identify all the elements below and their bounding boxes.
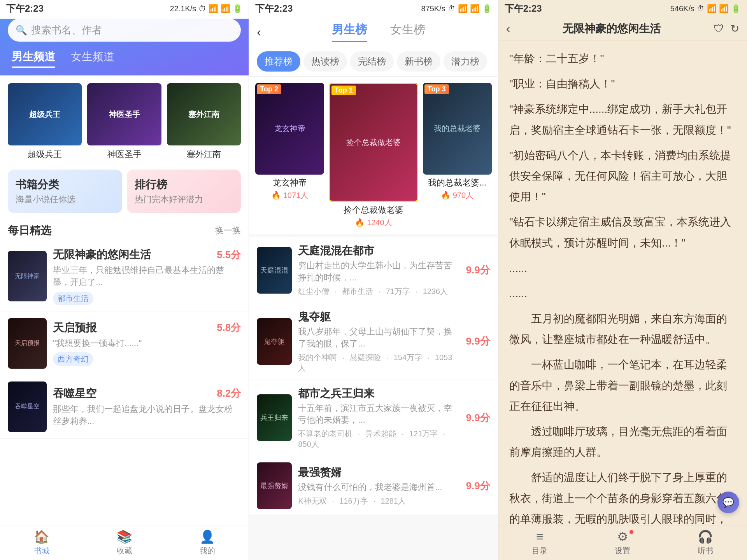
top-heat-2: 🔥 1071人 <box>271 190 308 201</box>
panel2-top: ‹ 男生榜 女生榜 <box>257 17 490 47</box>
reader-nav-settings[interactable]: ⚙ 设置 <box>581 529 664 556</box>
daily-item-0[interactable]: 无限神豪 无限神豪的悠闲生活 5.5分 毕业三年，只能勉强维持自己最基本生活的楚… <box>0 241 249 312</box>
rank-info-1: 鬼夺躯 我八岁那年，父母上山与胡仙下了契，换了我的眼，保了... 我的个神啊 ·… <box>298 310 459 373</box>
top-badge-2: Top 2 <box>257 84 281 94</box>
rank-meta-3: K神无双 · 116万字 · 1281人 <box>298 496 459 506</box>
filter-recommended[interactable]: 推荐榜 <box>257 51 300 72</box>
top-name-3: 我的总裁老婆... <box>428 177 486 189</box>
reader-header-icons: 🛡 ↻ <box>713 22 739 35</box>
content-line-2: "神豪系统绑定中......绑定成功，新手大礼包开启，奖励宿主全球通钻石卡一张，… <box>509 99 736 140</box>
daily-cover-0: 无限神豪 <box>8 251 47 301</box>
time-2: 下午2:23 <box>255 2 293 15</box>
daily-info-1: 天启预报 5.8分 "我想要换一顿毒打......" 西方奇幻 <box>53 320 241 366</box>
book-cover-2: 塞外江南 <box>167 83 241 145</box>
top-badge-3: Top 3 <box>424 84 449 94</box>
toc-icon: ≡ <box>536 530 544 544</box>
filter-potential[interactable]: 潜力榜 <box>444 51 487 72</box>
tab-female[interactable]: 女生榜 <box>390 22 425 42</box>
content-line-5: ...... <box>509 258 736 278</box>
rank-item-0[interactable]: 天庭混混 天庭混混在都市 穷山村走出的大学生韩小山，为生存苦苦挣扎的时候，...… <box>249 237 498 303</box>
filter-hot[interactable]: 热读榜 <box>303 51 347 72</box>
daily-info-0: 无限神豪的悠闲生活 5.5分 毕业三年，只能勉强维持自己最基本生活的楚墨，开启了… <box>53 247 241 305</box>
book-card-2[interactable]: 塞外江南 塞外江南 <box>167 83 241 160</box>
book-cover-0: 超级兵王 <box>8 83 82 145</box>
top-heat-1: 🔥 1240人 <box>355 217 392 228</box>
status-bar-3: 下午2:23 546K/s ⏱📶📶🔋 <box>498 0 747 17</box>
nav-profile[interactable]: 👤 我的 <box>166 529 249 556</box>
book-title-0: 超级兵王 <box>28 149 62 160</box>
refresh-icon[interactable]: ↻ <box>730 22 739 35</box>
channel-female[interactable]: 女生频道 <box>71 49 114 68</box>
daily-name-1: 天启预报 <box>53 320 96 335</box>
listen-icon: 🎧 <box>698 529 713 544</box>
book-card-0[interactable]: 超级兵王 超级兵王 <box>8 83 82 160</box>
content-line-6: ...... <box>509 283 736 304</box>
shield-icon[interactable]: 🛡 <box>713 22 724 35</box>
fire-icon-2: 🔥 <box>271 191 281 200</box>
top-book-3[interactable]: Top 3 我的总裁老婆 我的总裁老婆... 🔥 970人 <box>423 83 492 228</box>
content-line-1: "职业：自由撸稿人！" <box>509 74 736 94</box>
rank-list: 天庭混混 天庭混混在都市 穷山村走出的大学生韩小山，为生存苦苦挣扎的时候，...… <box>249 237 498 516</box>
search-bar[interactable]: 🔍 搜索书名、作者 <box>8 19 241 42</box>
daily-item-1[interactable]: 天启预报 天启预报 5.8分 "我想要换一顿毒打......" 西方奇幻 <box>0 312 249 375</box>
rank-meta-1: 我的个神啊 · 悬疑探险 · 154万字 · 1053人 <box>298 352 459 373</box>
rank-title-3: 最强赘婿 <box>298 465 459 480</box>
content-line-4: "钻石卡以绑定宿主威信及致富宝，本系统进入休眠模式，预计苏醒时间，未知...！" <box>509 212 736 253</box>
daily-refresh[interactable]: 换一换 <box>215 225 241 236</box>
top-book-2[interactable]: Top 2 龙玄神帝 龙玄神帝 🔥 1071人 <box>255 83 324 228</box>
daily-tag-1: 西方奇幻 <box>53 352 93 366</box>
bottom-nav-1: 🏠 书城 📚 收藏 👤 我的 <box>0 525 249 560</box>
reader-nav-listen[interactable]: 🎧 听书 <box>664 529 747 556</box>
channel-male[interactable]: 男生频道 <box>12 49 55 68</box>
top-cover-1: Top 1 捡个总裁做老婆 <box>329 83 418 202</box>
filter-complete[interactable]: 完结榜 <box>350 51 394 72</box>
status-bar-1: 下午2:23 22.1K/s ⏱📶📶🔋 <box>0 0 249 17</box>
nav-favorites[interactable]: 📚 收藏 <box>83 529 166 556</box>
content-line-3: "初始密码八个八，本卡转账，消费均由系统提供安全保障，无任何风险！宿主可放心，大… <box>509 145 736 207</box>
rank-item-1[interactable]: 鬼夺躯 鬼夺躯 我八岁那年，父母上山与胡仙下了契，换了我的眼，保了... 我的个… <box>249 303 498 380</box>
daily-title: 每日精选 <box>8 223 51 238</box>
rank-item-2[interactable]: 兵王归来 都市之兵王归来 十五年前，滨江市五大家族一夜被灭，幸亏他的未婚妻，..… <box>249 380 498 457</box>
reader-content: "年龄：二十五岁！" "职业：自由撸稿人！" "神豪系统绑定中......绑定成… <box>498 40 747 525</box>
section-classify[interactable]: 书籍分类 海量小说任你选 <box>8 170 122 213</box>
top-book-1[interactable]: Top 1 捡个总裁做老婆 捡个总裁做老婆 🔥 1240人 <box>329 83 418 228</box>
daily-item-2[interactable]: 吞噬星空 吞噬星空 8.2分 那些年，我们一起追盘龙小说的日子。盘龙女粉丝萝莉养… <box>0 375 249 439</box>
daily-cover-1: 天启预报 <box>8 318 47 369</box>
bookstore-panel: 下午2:23 22.1K/s ⏱📶📶🔋 🔍 搜索书名、作者 男生频道 女生频道 … <box>0 0 249 560</box>
reader-nav-toc[interactable]: ≡ 目录 <box>498 530 581 556</box>
content-line-8: 一杯蓝山咖啡，一个笔记本，在耳边轻柔的音乐中，鼻梁上带着一副眼镜的楚墨，此刻正在… <box>509 354 736 416</box>
filter-new[interactable]: 新书榜 <box>397 51 440 72</box>
reader-back-button[interactable]: ‹ <box>506 21 510 36</box>
top-cover-3: Top 3 我的总裁老婆 <box>423 83 492 175</box>
floating-action-button[interactable]: 💬 <box>717 492 739 513</box>
status-bar-2: 下午2:23 875K/s ⏱📶📶🔋 <box>249 0 498 17</box>
top-name-1: 捡个总裁做老婆 <box>344 204 403 216</box>
rank-item-3[interactable]: 最强赘婿 最强赘婿 没钱有什么可怕的，我老婆是海州首... K神无双 · 116… <box>249 456 498 516</box>
daily-desc-1: "我想要换一顿毒打......" <box>53 338 241 350</box>
daily-score-1: 5.8分 <box>217 321 241 334</box>
rank-score-3: 9.9分 <box>466 479 490 493</box>
nav-bookstore[interactable]: 🏠 书城 <box>0 529 83 556</box>
daily-desc-0: 毕业三年，只能勉强维持自己最基本生活的楚墨，开启了... <box>53 264 241 289</box>
daily-name-2: 吞噬星空 <box>53 386 96 401</box>
rank-title-2: 都市之兵王归来 <box>298 386 459 401</box>
book-card-1[interactable]: 神医圣手 神医圣手 <box>87 83 161 160</box>
daily-score-0: 5.5分 <box>217 248 241 262</box>
bookstore-header: 🔍 搜索书名、作者 男生频道 女生频道 <box>0 19 249 75</box>
content-line-7: 五月初的魔都阳光明媚，来自东方海面的微风，让整座城市都处在一种温暖舒适中。 <box>509 308 736 350</box>
book-cover-1: 神医圣手 <box>87 83 161 145</box>
back-button-2[interactable]: ‹ <box>257 25 261 39</box>
content-line-0: "年龄：二十五岁！" <box>509 48 736 69</box>
daily-name-0: 无限神豪的悠闲生活 <box>53 247 151 262</box>
daily-desc-2: 那些年，我们一起追盘龙小说的日子。盘龙女粉丝萝莉养... <box>53 403 241 427</box>
top-heat-3: 🔥 970人 <box>441 190 473 201</box>
section-row: 书籍分类 海量小说任你选 排行榜 热门完本好评潜力 <box>0 166 249 217</box>
section-classify-title: 书籍分类 <box>16 177 114 192</box>
section-rank[interactable]: 排行榜 热门完本好评潜力 <box>127 170 241 213</box>
tab-male[interactable]: 男生榜 <box>332 22 367 42</box>
reader-book-title: 无限神豪的悠闲生活 <box>516 21 707 36</box>
reader-header: ‹ 无限神豪的悠闲生活 🛡 ↻ <box>498 17 747 40</box>
settings-dot-badge <box>630 530 633 534</box>
rank-meta-0: 红尘小僧 · 都市生活 · 71万字 · 1236人 <box>298 286 459 297</box>
reader-nav-listen-label: 听书 <box>698 546 713 556</box>
